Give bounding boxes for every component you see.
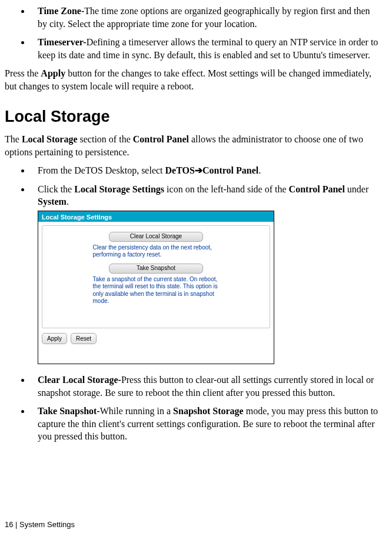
bullet-clear-local-storage: Clear Local Storage-Press this button to… (31, 374, 381, 399)
clear-local-storage-desc: Clear the persistency data on the next r… (93, 244, 220, 259)
reset-button[interactable]: Reset (71, 333, 97, 345)
bullet-title: Timeserver- (38, 37, 87, 47)
page-footer: 16 | System Settings (5, 519, 75, 530)
bullet-timezone: Time Zone-The time zone options are orga… (31, 5, 381, 30)
arrow-icon: ➔ (195, 165, 202, 175)
apply-paragraph: Press the Apply button for the changes t… (5, 67, 381, 92)
bullet-title: Time Zone- (38, 6, 84, 16)
local-storage-settings-screenshot: Local Storage Settings Clear Local Stora… (38, 211, 274, 364)
bullet-title: Take Snapshot- (38, 406, 100, 416)
bullet-timeserver: Timeserver-Defining a timeserver allows … (31, 36, 381, 61)
panel-content-box: Clear Local Storage Clear the persistenc… (42, 225, 270, 328)
bullet-text: Defining a timeserver allows the termina… (38, 37, 378, 60)
bullet-nav-step1: From the DeTOS Desktop, select DeTOS➔Con… (31, 164, 381, 177)
local-storage-heading: Local Storage (5, 106, 381, 127)
take-snapshot-button[interactable]: Take Snapshot (109, 264, 203, 274)
bottom-bullet-list: Clear Local Storage-Press this button to… (7, 374, 381, 443)
bullet-title: Clear Local Storage- (38, 375, 121, 385)
bullet-nav-step2: Click the Local Storage Settings icon on… (31, 183, 381, 364)
intro-paragraph: The Local Storage section of the Control… (5, 133, 381, 158)
take-snapshot-desc: Take a snapshot of the current state. On… (93, 276, 220, 305)
apply-button[interactable]: Apply (42, 333, 67, 345)
bullet-take-snapshot: Take Snapshot-While running in a Snapsho… (31, 405, 381, 443)
bullet-text: The time zone options are organized geog… (38, 6, 370, 29)
clear-local-storage-button[interactable]: Clear Local Storage (109, 232, 203, 242)
top-bullet-list: Time Zone-The time zone options are orga… (7, 5, 381, 61)
nav-bullet-list: From the DeTOS Desktop, select DeTOS➔Con… (7, 164, 381, 364)
panel-title: Local Storage Settings (38, 211, 274, 222)
